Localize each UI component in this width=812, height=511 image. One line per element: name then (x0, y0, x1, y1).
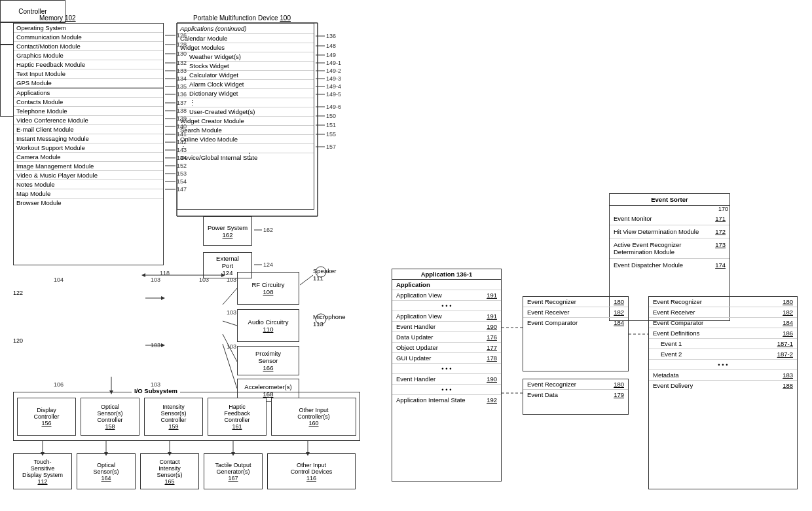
pmd-row-7: ⋮ (177, 98, 314, 107)
pmd-row-13: Device/Global Internal State (177, 153, 314, 162)
svg-text:106: 106 (54, 381, 64, 388)
audio-circuitry-box: Audio Circuitry 110 (237, 309, 299, 342)
svg-line-95 (300, 275, 313, 285)
svg-text:104: 104 (54, 276, 64, 283)
memory-row-4: Haptic Feedback Module (14, 60, 163, 69)
memory-row-9: Telephone Module (14, 107, 163, 116)
svg-text:103: 103 (151, 276, 160, 283)
contact-intensity-box: ContactIntensitySensor(s)165 (140, 453, 199, 489)
svg-text:103: 103 (151, 342, 160, 349)
svg-text:148: 148 (326, 43, 336, 49)
svg-text:162: 162 (263, 227, 273, 233)
svg-line-94 (223, 344, 237, 388)
memory-box: Operating SystemCommunication ModuleCont… (13, 23, 164, 265)
svg-marker-86 (141, 273, 145, 277)
microphone-label: Microphone 113 (313, 313, 346, 328)
ber-row4: Event Definitions186 (649, 328, 797, 339)
pmd-row-1: Widget Modules (177, 43, 314, 52)
app-dots2: • • • (392, 364, 501, 374)
intensity-ctrl-box: IntensitySensor(s)Controller159 (144, 398, 203, 436)
controller-ref: 122 (13, 290, 23, 296)
event-monitor-row: Event Monitor171 (610, 212, 729, 225)
ber-row7: Metadata183 (649, 370, 797, 381)
gui-updater-row: GUI Updater178 (392, 353, 501, 364)
memory-row-1: Communication Module (14, 33, 163, 42)
speaker-label: Speaker 111 (313, 267, 336, 282)
memory-row-8: Contacts Module (14, 98, 163, 107)
object-updater-row: Object Updater177 (392, 343, 501, 353)
event-sorter-title: Event Sorter (610, 194, 729, 206)
app-internal-state-row: Application Internal State192 (392, 395, 501, 405)
memory-row-15: Image Management Module (14, 162, 163, 171)
ber-row3: Event Comparator184 (649, 318, 797, 328)
svg-line-92 (223, 321, 237, 326)
memory-row-11: E-mail Client Module (14, 125, 163, 134)
optical-sensors-box: OpticalSensor(s)164 (77, 453, 136, 489)
svg-marker-90 (161, 343, 165, 347)
other-input-devices-box: Other InputControl Devices116 (267, 453, 356, 489)
svg-text:149-1: 149-1 (326, 60, 341, 66)
pmd-row-12: ⋮ (177, 144, 314, 153)
svg-text:124: 124 (263, 261, 273, 268)
event-rec-low-box: Event Recognizer180 Event Data179 (523, 379, 629, 415)
memory-row-0: Operating System (14, 24, 163, 33)
event-sorter-ref: 170 (610, 206, 729, 212)
svg-text:136: 136 (326, 33, 336, 39)
pmd-row-11: Online Video Module (177, 135, 314, 144)
memory-row-19: Browser Module (14, 199, 163, 207)
er-low-row2: Event Data179 (523, 390, 628, 400)
app-dots1: • • • (392, 301, 501, 311)
pmd-row-6: Dictionary Widget (177, 89, 314, 98)
pmd-row-0: Calendar Module (177, 34, 314, 43)
io-subsystem-box: I/O Subsystem DisplayController156 Optic… (13, 392, 360, 441)
optical-sensor-ctrl-box: OpticalSensor(s)Controller158 (81, 398, 139, 436)
display-controller-box: DisplayController156 (17, 398, 76, 436)
svg-marker-88 (161, 296, 165, 300)
other-input-ctrl-box: Other InputController(s)160 (271, 398, 356, 436)
svg-text:149-6: 149-6 (326, 104, 341, 110)
memory-row-10: Video Conference Module (14, 116, 163, 125)
memory-row-18: Map Module (14, 189, 163, 199)
memory-row-5: Text Input Module (14, 69, 163, 79)
pmd-label: Portable Multifunction Device 100 (193, 14, 291, 22)
memory-row-6: GPS Module (14, 79, 163, 88)
svg-text:155: 155 (326, 131, 336, 138)
memory-label: Memory 102 (39, 14, 76, 22)
ber-row1: Event Recognizer180 (649, 297, 797, 307)
hit-view-row: Hit View Determination Module172 (610, 225, 729, 238)
haptic-ctrl-box: HapticFeedbackController161 (208, 398, 267, 436)
data-updater-row: Data Updater176 (392, 332, 501, 343)
er-low-row1: Event Recognizer180 (523, 379, 628, 390)
big-event-box: Event Recognizer180 Event Receiver182 Ev… (648, 296, 798, 489)
touch-display-box: Touch-SensitiveDisplay System112 (13, 453, 72, 489)
svg-text:118: 118 (160, 270, 170, 276)
svg-text:151: 151 (326, 122, 336, 128)
svg-text:149-2: 149-2 (326, 67, 341, 74)
app-view-row2: Application View191 (392, 311, 501, 322)
active-event-row: Active Event Recognizer173 Determination… (610, 238, 729, 259)
app136-title: Application 136-1 (392, 269, 501, 280)
svg-text:149: 149 (326, 52, 336, 58)
memory-row-2: Contact/Motion Module (14, 42, 163, 51)
ber-row6: Event 2187-2 (649, 349, 797, 360)
svg-text:103: 103 (227, 309, 236, 316)
memory-row-13: Workout Support Module (14, 143, 163, 153)
ber-row5: Event 1187-1 (649, 339, 797, 349)
svg-line-91 (223, 288, 237, 305)
event-handler-row2: Event Handler190 (392, 374, 501, 385)
er-mid-row1: Event Recognizer180 (523, 297, 628, 307)
event-rec-mid-box: Event Recognizer180 Event Receiver182 Ev… (523, 296, 629, 371)
pmd-first-row: Applications (continued) (177, 24, 314, 34)
app136-box: Application 136-1 Application Applicatio… (392, 269, 502, 482)
memory-row-16: Video & Music Player Module (14, 171, 163, 180)
external-port-box: External Port 124 (203, 252, 252, 278)
app-view-row1: Application View191 (392, 290, 501, 301)
svg-text:150: 150 (326, 113, 336, 119)
processor-ref: 120 (13, 337, 23, 344)
memory-row-7: Applications (14, 88, 163, 98)
tactile-output-box: Tactile OutputGenerator(s)167 (204, 453, 263, 489)
ber-row8: Event Delivery188 (649, 381, 797, 390)
pmd-row-5: Alarm Clock Widget (177, 80, 314, 89)
ber-dots: • • • (649, 360, 797, 370)
memory-row-3: Graphics Module (14, 51, 163, 60)
